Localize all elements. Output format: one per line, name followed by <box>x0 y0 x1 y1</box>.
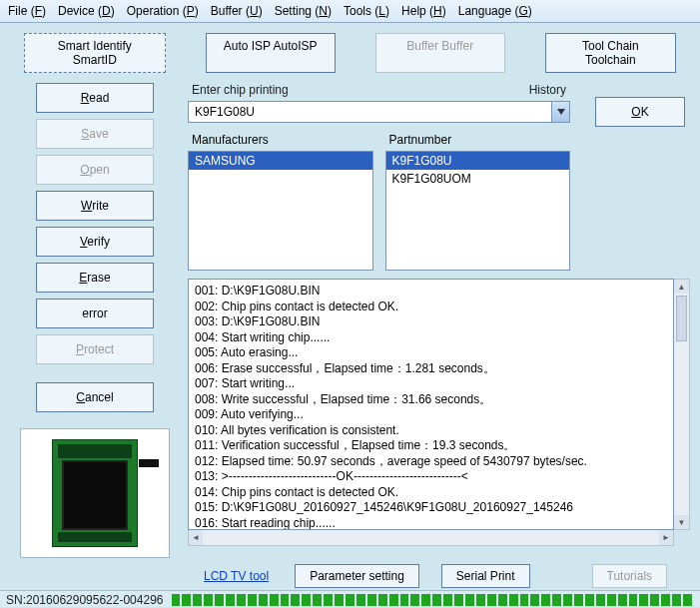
log-line: 011: Verification successful，Elapsed tim… <box>195 438 667 454</box>
log-panel: 001: D:\K9F1G08U.BIN002: Chip pins conta… <box>188 279 674 530</box>
log-line: 007: Start writing... <box>195 376 667 392</box>
scroll-down-icon[interactable]: ▼ <box>674 515 689 529</box>
cancel-button[interactable]: Cancel <box>36 382 154 412</box>
sn-label: SN: <box>6 593 26 607</box>
erase-button[interactable]: Erase <box>36 263 154 293</box>
list-item[interactable]: K9F1G08UOM <box>386 170 570 188</box>
action-column: Read Save Open Write Verify Erase error … <box>10 83 180 558</box>
buffer-button: Buffer Buffer <box>375 33 505 73</box>
sn-value: 20160629095622-004296 <box>26 593 163 607</box>
scroll-left-icon[interactable]: ◄ <box>189 530 203 545</box>
write-button[interactable]: Write <box>36 191 154 221</box>
ok-button[interactable]: OK <box>595 97 685 127</box>
menu-tools[interactable]: Tools (L) <box>340 2 393 20</box>
menu-bar: File (F) Device (D) Operation (P) Buffer… <box>0 0 700 23</box>
open-button: Open <box>36 155 154 185</box>
history-label: History <box>529 83 566 97</box>
horizontal-scrollbar[interactable]: ◄ ► <box>188 530 674 546</box>
chevron-down-icon[interactable] <box>552 101 570 123</box>
menu-setting[interactable]: Setting (N) <box>271 2 336 20</box>
log-line: 013: >---------------------------OK-----… <box>195 469 667 485</box>
progress-bar <box>170 593 695 607</box>
chip-combobox[interactable] <box>188 101 570 123</box>
vertical-scrollbar[interactable]: ▲ ▼ <box>674 279 690 530</box>
top-toolbar: Smart Identify SmartID Auto ISP AutoISP … <box>0 23 700 83</box>
log-line: 005: Auto erasing... <box>195 345 667 361</box>
log-line: 015: D:\K9F1G08U_20160927_145246\K9F1G08… <box>195 500 667 516</box>
log-line: 008: Write successful，Elapsed time：31.66… <box>195 392 667 408</box>
save-button: Save <box>36 119 154 149</box>
toolchain-button[interactable]: Tool Chain Toolchain <box>545 33 676 73</box>
error-button[interactable]: error <box>36 299 154 328</box>
log-line: 016: Start reading chip...... <box>195 516 667 531</box>
serial-print-button[interactable]: Serial Print <box>441 564 530 588</box>
autoisp-button[interactable]: Auto ISP AutoISP <box>206 33 336 73</box>
log-line: 003: D:\K9F1G08U.BIN <box>195 314 667 330</box>
smartid-button[interactable]: Smart Identify SmartID <box>24 33 166 73</box>
verify-button[interactable]: Verify <box>36 227 154 257</box>
scroll-right-icon[interactable]: ► <box>659 530 673 545</box>
partnumber-label: Partnumber <box>385 133 571 151</box>
manufacturers-list[interactable]: SAMSUNG <box>188 151 373 271</box>
tutorials-button: Tutorials <box>592 564 668 588</box>
chip-photo <box>20 428 170 558</box>
log-line: 014: Chip pins contact is detected OK. <box>195 485 667 501</box>
list-item[interactable]: K9F1G08U <box>386 152 570 170</box>
bottom-toolbar: LCD TV tool Parameter setting Serial Pri… <box>0 558 700 590</box>
status-bar: SN:20160629095622-004296 <box>0 590 700 607</box>
log-line: 006: Erase successful，Elapsed time：1.281… <box>195 361 667 377</box>
log-line: 009: Auto verifying... <box>195 407 667 423</box>
menu-language[interactable]: Language (G) <box>454 2 536 20</box>
scroll-up-icon[interactable]: ▲ <box>674 280 689 294</box>
lcd-tv-tool-link[interactable]: LCD TV tool <box>200 569 273 583</box>
parameter-setting-button[interactable]: Parameter setting <box>295 564 419 588</box>
log-line: 010: All bytes verification is consisten… <box>195 423 667 439</box>
chip-input-label: Enter chip printing <box>192 83 289 97</box>
scroll-thumb[interactable] <box>676 296 687 341</box>
list-item[interactable]: SAMSUNG <box>189 152 372 170</box>
menu-help[interactable]: Help (H) <box>397 2 450 20</box>
log-line: 004: Start writing chip...... <box>195 330 667 346</box>
protect-button: Protect <box>36 334 154 364</box>
partnumber-list[interactable]: K9F1G08U K9F1G08UOM <box>385 151 571 271</box>
log-line: 002: Chip pins contact is detected OK. <box>195 300 667 315</box>
menu-buffer[interactable]: Buffer (U) <box>207 2 267 20</box>
menu-operation[interactable]: Operation (P) <box>123 2 203 20</box>
log-line: 001: D:\K9F1G08U.BIN <box>195 284 667 300</box>
log-line: 012: Elapsed time: 50.97 seconds，average… <box>195 454 667 470</box>
menu-file[interactable]: File (F) <box>4 2 50 20</box>
read-button[interactable]: Read <box>36 83 154 113</box>
manufacturers-label: Manufacturers <box>188 133 373 151</box>
menu-device[interactable]: Device (D) <box>54 2 119 20</box>
chip-input[interactable] <box>188 101 552 123</box>
